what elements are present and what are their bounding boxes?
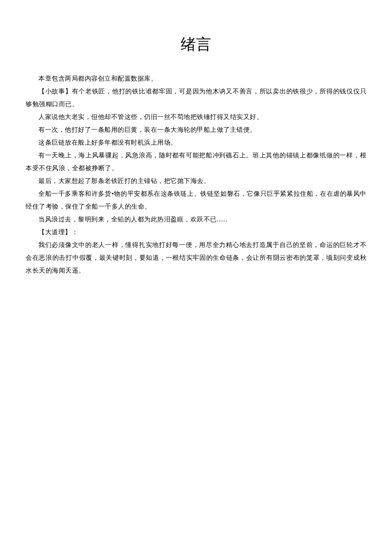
paragraph-6: 最后，大家想起了那条老铁匠打的主锚钻，把它抛下海去。 xyxy=(26,174,366,187)
paragraph-8: 当风浪过去，黎明到来，全铅的人都为此热泪盈眶，欢跃不已...... xyxy=(26,213,366,226)
paragraph-3: 有一次，他打好了一条船用的巨黄，装在一条大海轮的甲船上做了主错便。 xyxy=(26,123,366,136)
paragraph-7: 全船一千多乘客和许多货•物的平安都系在这条铁琏上。铁链坚如磐石，它像只巨乎紧紧拉… xyxy=(26,187,366,213)
paragraph-10: 我们必须像文中的老人一样，懂得扎实地打好每一便，用尽全力精心地去打造属于自己的坚… xyxy=(26,238,366,277)
paragraph-9: 【大道理】： xyxy=(26,226,366,238)
paragraph-1: 【小故事】有个老铁匠，他打的铁比谁都牢固，可是因为他木讷又不善言，所以卖出的铁很… xyxy=(26,85,366,110)
paragraph-2: 人家说他大老实，但他却不管这些，仍旧一丝不苟地把铁锤打得又结实又好。 xyxy=(26,110,366,123)
paragraph-5: 有一天晚上，海上风暴骤起，风急浪高，随时都有可能把船冲到礁石上。班上其他的锚镇上… xyxy=(26,149,366,174)
page-title: 绪言 xyxy=(26,34,366,55)
paragraph-4: 这条巨链放在般上好多年都没有时机浜上用场。 xyxy=(26,136,366,149)
paragraph-0: 本章包含两局都内容创立和配置数据库。 xyxy=(26,72,366,85)
